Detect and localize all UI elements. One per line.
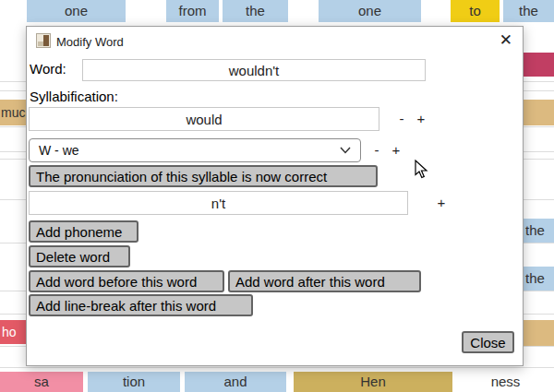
- close-button[interactable]: Close: [462, 331, 514, 353]
- add-word-after-button[interactable]: Add word after this word: [228, 270, 421, 292]
- phoneme-select[interactable]: W - we: [29, 138, 361, 162]
- word-input[interactable]: [82, 59, 426, 81]
- modify-word-dialog: Modify Word ✕ Word: Syllabification: - +…: [26, 26, 524, 366]
- phoneme-increment-button[interactable]: +: [388, 142, 404, 158]
- dialog-icon: [36, 33, 51, 48]
- syllabification-label: Syllabification:: [30, 89, 118, 104]
- syllable1-increment-button[interactable]: +: [413, 111, 429, 126]
- word-block[interactable]: tion: [88, 372, 180, 392]
- word-block[interactable]: and: [185, 372, 286, 392]
- word-block-partial[interactable]: [523, 53, 554, 77]
- word-block[interactable]: ness: [457, 372, 554, 392]
- add-phoneme-button[interactable]: Add phoneme: [29, 220, 138, 243]
- word-block-partial[interactable]: the: [523, 219, 554, 243]
- word-block-partial[interactable]: ho: [0, 320, 28, 344]
- word-block-partial[interactable]: [523, 320, 554, 346]
- word-block[interactable]: from: [166, 0, 219, 22]
- syllable2-increment-button[interactable]: +: [433, 195, 450, 210]
- word-block-partial[interactable]: muc: [0, 100, 27, 125]
- word-block[interactable]: one: [27, 0, 126, 22]
- screen: one from the one to the the the muc ho s…: [0, 0, 554, 392]
- word-label: Word:: [30, 61, 66, 77]
- syllable2-input[interactable]: [29, 191, 408, 215]
- add-word-before-button[interactable]: Add word before this word: [29, 270, 224, 292]
- word-block[interactable]: sa: [0, 372, 83, 392]
- word-block[interactable]: the: [223, 0, 288, 22]
- dialog-title: Modify Word: [56, 35, 124, 49]
- word-block[interactable]: the: [503, 0, 554, 22]
- add-line-break-button[interactable]: Add line-break after this word: [29, 294, 253, 316]
- delete-word-button[interactable]: Delete word: [29, 245, 130, 267]
- word-block-highlighted[interactable]: to: [451, 0, 500, 22]
- chevron-down-icon: [340, 147, 351, 154]
- pronunciation-correct-button[interactable]: The pronunciation of this syllable is no…: [29, 165, 378, 187]
- word-block[interactable]: Hen: [294, 372, 452, 392]
- word-block-partial[interactable]: [523, 100, 554, 125]
- syllable1-input[interactable]: [29, 107, 379, 131]
- word-block-partial[interactable]: the: [523, 267, 554, 291]
- grid-line: [0, 367, 554, 368]
- phoneme-select-value: W - we: [39, 143, 79, 158]
- close-icon[interactable]: ✕: [500, 30, 512, 51]
- word-block[interactable]: one: [319, 0, 421, 22]
- phoneme-decrement-button[interactable]: -: [368, 142, 385, 158]
- syllable1-decrement-button[interactable]: -: [393, 111, 410, 126]
- mouse-cursor: [415, 160, 429, 180]
